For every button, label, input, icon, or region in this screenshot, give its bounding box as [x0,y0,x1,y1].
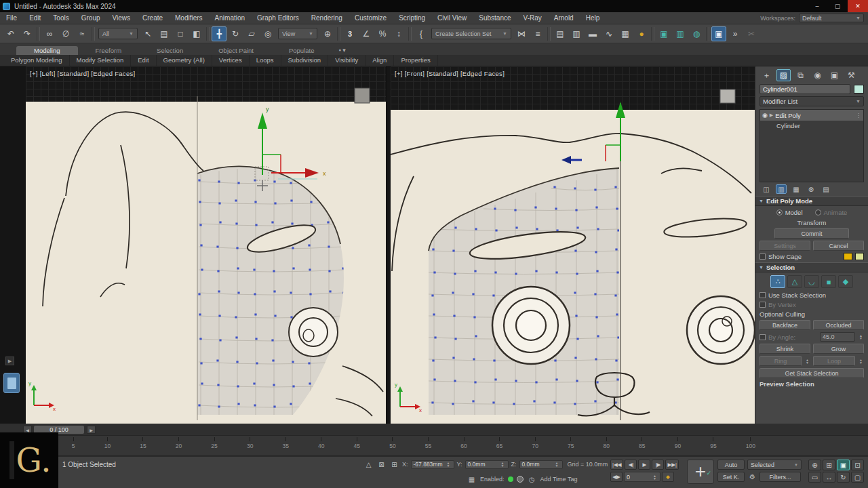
menu-edit[interactable]: Edit [23,12,47,24]
spinner-arrows-icon[interactable]: ▲▼ [500,462,506,467]
viewport-left-label[interactable]: [+] [Left] [Standard] [Edged Faces] [30,70,135,77]
ribbon-overflow-icon[interactable]: ▪ ▾ [338,47,345,55]
menu-animation[interactable]: Animation [209,12,251,24]
select-by-name-icon[interactable]: ▤ [157,26,172,41]
angle-snap-icon[interactable]: ∠ [359,26,374,41]
cage-selected-color-swatch[interactable] [855,253,864,260]
utilities-tab-icon[interactable]: ⚒ [844,69,859,81]
ribbon-panel-align[interactable]: Align [366,55,394,66]
cage-color-swatch[interactable] [844,253,852,260]
timeline-tick-65[interactable]: 65 [496,437,502,455]
stack-item-edit-poly[interactable]: ◉ ▶ Edit Poly ⋮ [760,110,863,121]
use-stack-selection-checkbox[interactable] [760,292,766,298]
timeline-tick-95[interactable]: 95 [710,437,716,455]
auto-key-button[interactable]: Auto [717,460,745,470]
menu-views[interactable]: Views [106,12,137,24]
render-view-icon[interactable]: ▣ [711,26,726,41]
next-frame-button[interactable]: |▶ [652,460,664,470]
toggle-scene-explorer-icon[interactable]: ▤ [553,26,568,41]
grid-icon[interactable]: ⊞ [389,460,399,469]
selection-filter-dropdown[interactable]: All▼ [98,28,138,39]
zoom-all-icon[interactable]: ⊞ [823,460,835,470]
render-production-icon[interactable]: ◍ [689,26,704,41]
ribbon-panel-modify-selection[interactable]: Modify Selection [70,55,132,66]
create-tab-icon[interactable]: ＋ [760,69,774,81]
pan-icon[interactable]: ↔ [823,472,835,483]
timeline-tick-75[interactable]: 75 [568,437,574,455]
go-to-end-button[interactable]: ▶▶| [665,460,678,470]
menu-group[interactable]: Group [75,12,106,24]
z-coordinate-field[interactable]: 0.0mm ▲▼ [519,460,563,469]
bind-to-space-warp-icon[interactable]: ≈ [75,26,90,41]
align-icon[interactable]: ≡ [530,26,545,41]
menu-create[interactable]: Create [136,12,169,24]
cancel-button[interactable]: Cancel [813,241,864,251]
redo-icon[interactable]: ↷ [20,26,35,41]
timeline-tick-20[interactable]: 20 [176,437,182,455]
timeline-tick-70[interactable]: 70 [532,437,538,455]
ribbon-panel-edit[interactable]: Edit [131,55,156,66]
timeline-tick-55[interactable]: 55 [425,437,431,455]
timeline-tick-15[interactable]: 15 [140,437,146,455]
key-filter-icon[interactable]: ⚙ [747,472,757,482]
object-color-swatch[interactable] [854,85,864,94]
modify-tab-icon[interactable]: ▨ [776,69,791,81]
by-angle-checkbox[interactable] [760,334,766,340]
select-and-link-icon[interactable]: ∞ [42,26,57,41]
ribbon-tab-populate[interactable]: Populate [271,46,332,55]
by-angle-value-field[interactable]: 45.0 [820,332,855,342]
selected-dropdown[interactable]: Selected▼ [747,460,802,470]
occluded-button[interactable]: Occluded [813,320,864,330]
loop-button[interactable]: Loop [813,356,855,366]
schematic-view-icon[interactable]: ▦ [618,26,633,41]
reference-coordinate-dropdown[interactable]: View▼ [278,28,317,39]
viewport-front[interactable]: y x [+] [Front] [Standard] [Edged Faces] [391,66,755,424]
stack-row-options-icon[interactable]: ⋮ [856,113,861,119]
ribbon-panel-polygon-modeling[interactable]: Polygon Modeling [4,55,70,66]
ring-button[interactable]: Ring [760,356,802,366]
hierarchy-tab-icon[interactable]: ⧉ [793,69,808,81]
keyboard-shortcut-override-icon[interactable]: ▦ [467,474,477,484]
timeline-tick-90[interactable]: 90 [675,437,681,455]
ribbon-tab-modeling[interactable]: Modeling [16,46,78,55]
isolate-selection-icon[interactable]: △ [363,460,374,469]
curve-editor-icon[interactable]: ∿ [601,26,616,41]
ribbon-panel-vertices[interactable]: Vertices [212,55,250,66]
image-plane-handle[interactable] [355,88,370,103]
move-gizmo[interactable] [561,102,625,164]
spinner-arrows-icon[interactable]: ▲▼ [554,462,560,467]
get-stack-selection-button[interactable]: Get Stack Selection [760,368,864,378]
viewport-layout-tab[interactable] [3,373,20,393]
configure-modifier-sets-icon[interactable]: ▤ [821,184,831,194]
spinner-arrows-icon[interactable]: ▲▼ [652,474,658,480]
select-and-place-icon[interactable]: ◎ [260,26,275,41]
toggle-layer-explorer-icon[interactable]: ▥ [569,26,584,41]
add-time-tag-label[interactable]: Add Time Tag [540,476,578,483]
grow-button[interactable]: Grow [813,344,864,354]
material-editor-icon[interactable]: ● [634,26,649,41]
named-selection-set-dropdown[interactable]: Create Selection Set▼ [431,28,511,39]
key-icon[interactable]: ◆ [662,472,674,482]
select-and-move-icon[interactable]: ╋ [212,26,226,41]
workspace-dropdown[interactable]: Default▼ [799,14,864,22]
viewport-front-label[interactable]: [+] [Front] [Standard] [Edged Faces] [395,70,505,77]
toolbar-overflow-icon[interactable]: » [728,26,743,41]
timeline-tick-30[interactable]: 30 [247,437,253,455]
ribbon-panel-geometry-all-[interactable]: Geometry (All) [157,55,212,66]
next-frame-arrow-icon[interactable]: ▶ [87,426,96,434]
viewport-left[interactable]: y x y x [+] [26,66,387,424]
current-frame-field[interactable]: 0 ▲▼ [624,472,660,482]
use-pivot-point-icon[interactable]: ⊕ [320,26,335,41]
set-keys-button[interactable]: +✓ [687,460,714,484]
key-mode-toggle-icon[interactable]: ◀▶ [610,472,623,482]
spinner-arrows-icon[interactable]: ▲▼ [858,334,864,340]
selection-rollout-header[interactable]: ▼ Selection [755,262,868,272]
menu-file[interactable]: File [0,12,23,24]
viewport-left-canvas[interactable]: y x y x [26,66,387,424]
display-tab-icon[interactable]: ▣ [827,69,842,81]
menu-scripting[interactable]: Scripting [393,12,431,24]
spinner-arrows-icon[interactable]: ▲▼ [446,462,452,467]
zoom-extents-icon[interactable]: ▣ [837,460,850,470]
timeline-tick-25[interactable]: 25 [211,437,217,455]
undo-icon[interactable]: ↶ [3,26,18,41]
